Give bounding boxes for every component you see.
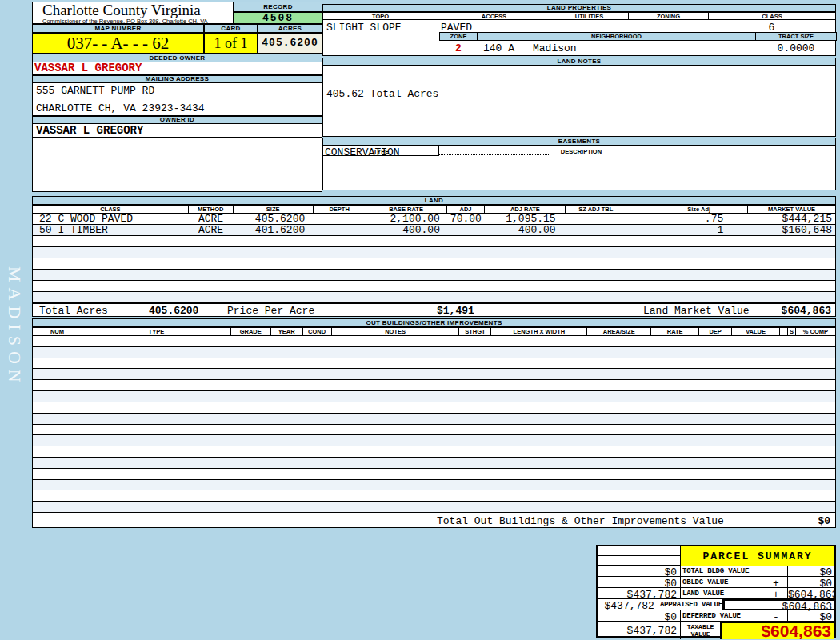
empty-row xyxy=(33,358,835,370)
land-market-value-label: Land Market Value xyxy=(643,306,750,316)
ob-col-cond: COND xyxy=(303,327,332,336)
summary-operator: + xyxy=(770,577,788,588)
summary-left-value: $0 xyxy=(598,610,681,622)
land-col-sz-adj-tbl: SZ ADJ TBL xyxy=(566,205,626,214)
land-col-depth: DEPTH xyxy=(314,205,366,214)
ob-col-value: VALUE xyxy=(732,327,780,336)
mailing-address-header: MAILING ADDRESS xyxy=(32,75,322,83)
easements-header: EASEMENTS xyxy=(322,138,836,146)
cell-depth xyxy=(313,214,366,224)
parcel-summary: PARCEL SUMMARY $0 TOTAL BLDG VALUE $0 $0… xyxy=(596,545,836,638)
cell-size-adj: .75 xyxy=(650,214,747,224)
table-row: 22 C WOOD PAVED ACRE 405.6200 2,100.00 7… xyxy=(33,214,835,225)
sidebar-watermark: MADISON xyxy=(4,266,25,388)
ob-col-blank xyxy=(780,327,788,336)
summary-left-value: $0 xyxy=(598,577,681,588)
empty-row xyxy=(33,502,835,513)
empty-row xyxy=(33,391,835,402)
land-col-market-value: MARKET VALUE xyxy=(748,205,836,214)
card-value: 1 of 1 xyxy=(204,33,258,54)
empty-row xyxy=(33,270,835,281)
col-topo: TOPO xyxy=(322,12,438,20)
empty-row xyxy=(33,281,835,292)
map-number-header: MAP NUMBER xyxy=(32,24,204,33)
col-zoning: ZONING xyxy=(629,12,709,20)
owner-id-header: OWNER ID xyxy=(32,116,322,124)
easement-description-label: DESCRIPTION xyxy=(515,148,647,155)
owner-id-value: VASSAR L GREGORY xyxy=(32,124,322,138)
cell-class: 22 C WOOD PAVED xyxy=(33,214,189,224)
cell-blank xyxy=(626,214,650,224)
acres-header: ACRES xyxy=(258,24,322,33)
cell-size-adj: 1 xyxy=(650,225,747,235)
summary-value: $0 xyxy=(788,610,834,622)
land-notes-header: LAND NOTES xyxy=(322,58,836,66)
summary-value: $604,863 xyxy=(723,599,834,610)
summary-left-value: $437,782 xyxy=(598,622,681,639)
county-title-box: Charlotte County Virginia Commissioner o… xyxy=(32,2,234,24)
summary-row-obldg: $0 OBLDG VALUE + $0 xyxy=(598,577,834,588)
cell-blank xyxy=(626,225,650,235)
cell-adj xyxy=(446,225,485,235)
empty-row xyxy=(33,469,835,480)
cell-sz-adj-tbl xyxy=(566,214,626,224)
empty-row xyxy=(33,425,835,436)
property-record-card: { "app": { "title": "Charlotte County Vi… xyxy=(0,0,840,640)
cell-sz-adj-tbl xyxy=(566,225,626,235)
cell-size: 405.6200 xyxy=(233,214,313,224)
empty-row xyxy=(33,336,835,347)
land-properties-values: SLIGHT SLOPE PAVED 6 ZONE NEIGHBORHOOD T… xyxy=(322,20,836,56)
ob-col-type: TYPE xyxy=(82,327,231,336)
ob-total-value: $0 xyxy=(818,515,830,527)
cell-size: 401.6200 xyxy=(233,225,313,235)
summary-left-value: $0 xyxy=(598,566,681,577)
neighborhood-code: 140 A xyxy=(483,42,514,54)
cell-depth xyxy=(313,225,366,235)
summary-label: OBLDG VALUE xyxy=(681,577,770,588)
cell-base-rate: 400.00 xyxy=(366,225,446,235)
col-class: CLASS xyxy=(709,12,836,20)
price-per-acre-value: $1,491 xyxy=(437,306,474,316)
taxable-value-label: TAXABLEVALUE xyxy=(681,622,721,639)
cell-method: ACRE xyxy=(189,214,234,224)
easement-type-cell: TYPE CONSERVATION xyxy=(323,146,439,156)
easement-type-value: CONSERVATION xyxy=(325,146,400,158)
cell-method: ACRE xyxy=(189,225,234,235)
summary-label: APPRAISED VALUE xyxy=(658,599,723,610)
land-section-header: LAND xyxy=(32,196,836,205)
cell-adj: 70.00 xyxy=(446,214,485,224)
ob-col-area-size: AREA/SIZE xyxy=(587,327,651,336)
parcel-summary-header-left xyxy=(598,546,681,566)
empty-row xyxy=(33,435,835,446)
empty-row xyxy=(33,490,835,502)
address-line1: 555 GARNETT PUMP RD xyxy=(36,85,154,97)
taxable-value: $604,863 xyxy=(721,622,834,639)
record-header: RECORD xyxy=(234,2,322,12)
land-col-size: SIZE xyxy=(234,205,314,214)
total-acres-value: 405.6200 xyxy=(149,306,198,316)
out-buildings-rows xyxy=(32,336,836,513)
empty-row xyxy=(33,458,835,469)
summary-left-value: $437,782 xyxy=(598,588,681,599)
out-buildings-columns: NUM TYPE GRADE YEAR COND NOTES STHGT LEN… xyxy=(32,327,836,336)
empty-cell xyxy=(598,546,681,556)
parcel-summary-title-row: PARCEL SUMMARY xyxy=(598,546,834,566)
parcel-summary-title: PARCEL SUMMARY xyxy=(681,546,834,566)
empty-row xyxy=(33,347,835,358)
land-properties-header: LAND PROPERTIES xyxy=(322,4,836,12)
ob-col-dep: DEP xyxy=(699,327,732,336)
summary-label: TOTAL BLDG VALUE xyxy=(681,566,770,577)
cell-adj-rate: 1,095.15 xyxy=(485,214,566,224)
tract-size-header: TRACT SIZE xyxy=(755,32,837,41)
land-col-size-adj: Size Adj xyxy=(650,205,748,214)
mailing-address-box: 555 GARNETT PUMP RD CHARLOTTE CH, VA 239… xyxy=(32,83,322,116)
col-access: ACCESS xyxy=(438,12,550,20)
ob-col-length-width: LENGTH X WIDTH xyxy=(491,327,587,336)
ob-col-rate: RATE xyxy=(651,327,699,336)
neighborhood-header: NEIGHBORHOOD xyxy=(477,32,756,41)
summary-value: $604,863 xyxy=(788,588,834,599)
empty-row xyxy=(33,402,835,414)
col-utilities: UTILITIES xyxy=(550,12,629,20)
land-table-rows: 22 C WOOD PAVED ACRE 405.6200 2,100.00 7… xyxy=(32,214,836,303)
ob-total-label: Total Out Buildings & Other Improvements… xyxy=(437,515,724,527)
